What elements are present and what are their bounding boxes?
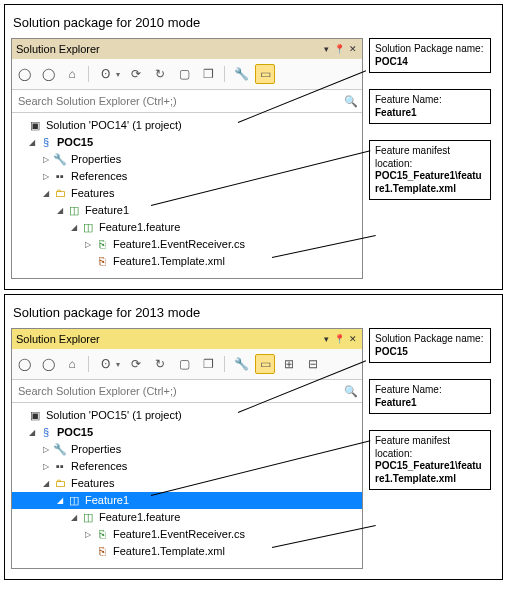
extra-button-2[interactable]: ⊟ — [303, 354, 323, 374]
project-node[interactable]: ◢ § POC15 — [12, 134, 362, 151]
folder-icon: 🗀 — [52, 477, 68, 491]
feature-icon: ◫ — [66, 494, 82, 508]
properties-button[interactable]: 🔧 — [231, 354, 251, 374]
window-title: Solution Explorer — [16, 43, 319, 55]
toolbar: ◯ ◯ ⌂ ʘ▾ ⟳ ↻ ▢ ❐ 🔧 ▭ ⊞ ⊟ — [12, 349, 362, 380]
references-icon: ▪▪ — [52, 460, 68, 474]
preview-button[interactable]: ▭ — [255, 354, 275, 374]
project-icon: § — [38, 136, 54, 150]
feature1-node[interactable]: ◢ ◫ Feature1 — [12, 492, 362, 509]
home-button[interactable]: ⌂ — [62, 64, 82, 84]
references-icon: ▪▪ — [52, 170, 68, 184]
collapse-button[interactable]: ↻ — [150, 64, 170, 84]
properties-button[interactable]: 🔧 — [231, 64, 251, 84]
close-icon[interactable]: ✕ — [347, 334, 358, 345]
solution-node[interactable]: ▣ Solution 'POC14' (1 project) — [12, 117, 362, 134]
project-node[interactable]: ◢ § POC15 — [12, 424, 362, 441]
callout-feature-name: Feature Name: Feature1 — [369, 379, 491, 414]
home-button[interactable]: ⌂ — [62, 354, 82, 374]
project-label: POC15 — [57, 134, 93, 151]
pin-icon[interactable]: 📍 — [334, 44, 345, 55]
feature-file-icon: ◫ — [80, 511, 96, 525]
cs-file-node[interactable]: ▷ ⎘ Feature1.EventReceiver.cs — [12, 526, 362, 543]
sync-icon[interactable]: ʘ — [95, 64, 115, 84]
back-button[interactable]: ◯ — [14, 354, 34, 374]
copy-button[interactable]: ❐ — [198, 64, 218, 84]
pin-icon[interactable]: 📍 — [334, 334, 345, 345]
callout-manifest-location: Feature manifest location: POC15_Feature… — [369, 140, 491, 200]
folder-icon: 🗀 — [52, 187, 68, 201]
copy-button[interactable]: ❐ — [198, 354, 218, 374]
sync-icon[interactable]: ʘ — [95, 354, 115, 374]
expander-icon[interactable]: ▷ — [82, 529, 93, 540]
csharp-file-icon: ⎘ — [94, 528, 110, 542]
collapse-button[interactable]: ↻ — [150, 354, 170, 374]
project-label: POC15 — [57, 424, 93, 441]
project-icon: § — [38, 426, 54, 440]
expander-icon[interactable]: ◢ — [26, 137, 37, 148]
search-icon[interactable]: 🔍 — [344, 385, 358, 398]
xml-file-node[interactable]: ⎘ Feature1.Template.xml — [12, 543, 362, 560]
expander-icon[interactable]: ▷ — [82, 239, 93, 250]
separator — [224, 356, 225, 372]
expander-icon[interactable]: ◢ — [26, 427, 37, 438]
callouts: Solution Package name: POC14 Feature Nam… — [363, 38, 496, 216]
close-icon[interactable]: ✕ — [347, 44, 358, 55]
expander-icon[interactable]: ▷ — [40, 444, 51, 455]
callout-solution-name: Solution Package name: POC15 — [369, 328, 491, 363]
dropdown-icon[interactable]: ▾ — [321, 334, 332, 345]
expander-icon[interactable]: ▷ — [40, 154, 51, 165]
forward-button[interactable]: ◯ — [38, 354, 58, 374]
features-node[interactable]: ◢ 🗀 Features — [12, 475, 362, 492]
preview-button[interactable]: ▭ — [255, 64, 275, 84]
xml-file-node[interactable]: ⎘ Feature1.Template.xml — [12, 253, 362, 270]
expander-icon[interactable]: ▷ — [40, 171, 51, 182]
separator — [88, 356, 89, 372]
search-input[interactable] — [16, 94, 344, 108]
callouts: Solution Package name: POC15 Feature Nam… — [363, 328, 496, 506]
solution-node[interactable]: ▣ Solution 'POC15' (1 project) — [12, 407, 362, 424]
refresh-button[interactable]: ⟳ — [126, 64, 146, 84]
feature-file-node[interactable]: ◢ ◫ Feature1.feature — [12, 219, 362, 236]
panel-title: Solution package for 2013 mode — [13, 305, 496, 320]
expander-icon[interactable]: ◢ — [54, 205, 65, 216]
xml-file-icon: ⎘ — [94, 255, 110, 269]
cs-file-node[interactable]: ▷ ⎘ Feature1.EventReceiver.cs — [12, 236, 362, 253]
references-node[interactable]: ▷ ▪▪ References — [12, 458, 362, 475]
separator — [224, 66, 225, 82]
csharp-file-icon: ⎘ — [94, 238, 110, 252]
back-button[interactable]: ◯ — [14, 64, 34, 84]
forward-button[interactable]: ◯ — [38, 64, 58, 84]
feature-icon: ◫ — [66, 204, 82, 218]
expander-icon[interactable]: ◢ — [40, 478, 51, 489]
feature1-node[interactable]: ◢ ◫ Feature1 — [12, 202, 362, 219]
expander-icon[interactable]: ◢ — [40, 188, 51, 199]
references-node[interactable]: ▷ ▪▪ References — [12, 168, 362, 185]
solution-label: Solution 'POC14' (1 project) — [46, 117, 182, 134]
feature-file-node[interactable]: ◢ ◫ Feature1.feature — [12, 509, 362, 526]
dropdown-icon[interactable]: ▾ — [321, 44, 332, 55]
show-all-button[interactable]: ▢ — [174, 354, 194, 374]
features-node[interactable]: ◢ 🗀 Features — [12, 185, 362, 202]
solution-label: Solution 'POC15' (1 project) — [46, 407, 182, 424]
search-icon[interactable]: 🔍 — [344, 95, 358, 108]
wrench-icon: 🔧 — [52, 153, 68, 167]
show-all-button[interactable]: ▢ — [174, 64, 194, 84]
search-input[interactable] — [16, 384, 344, 398]
solution-explorer: Solution Explorer ▾ 📍 ✕ ◯ ◯ ⌂ ʘ▾ ⟳ ↻ ▢ ❐… — [11, 38, 363, 279]
expander-icon[interactable]: ◢ — [68, 512, 79, 523]
panel-title: Solution package for 2010 mode — [13, 15, 496, 30]
chevron-down-icon[interactable]: ▾ — [116, 70, 122, 79]
extra-button-1[interactable]: ⊞ — [279, 354, 299, 374]
chevron-down-icon[interactable]: ▾ — [116, 360, 122, 369]
expander-icon[interactable]: ◢ — [68, 222, 79, 233]
expander-icon[interactable]: ◢ — [54, 495, 65, 506]
expander-icon[interactable]: ▷ — [40, 461, 51, 472]
xml-file-icon: ⎘ — [94, 545, 110, 559]
solution-explorer: Solution Explorer ▾ 📍 ✕ ◯ ◯ ⌂ ʘ▾ ⟳ ↻ ▢ ❐… — [11, 328, 363, 569]
callout-feature-name: Feature Name: Feature1 — [369, 89, 491, 124]
window-title: Solution Explorer — [16, 333, 319, 345]
refresh-button[interactable]: ⟳ — [126, 354, 146, 374]
callout-manifest-location: Feature manifest location: POC15_Feature… — [369, 430, 491, 490]
solution-icon: ▣ — [27, 409, 43, 423]
